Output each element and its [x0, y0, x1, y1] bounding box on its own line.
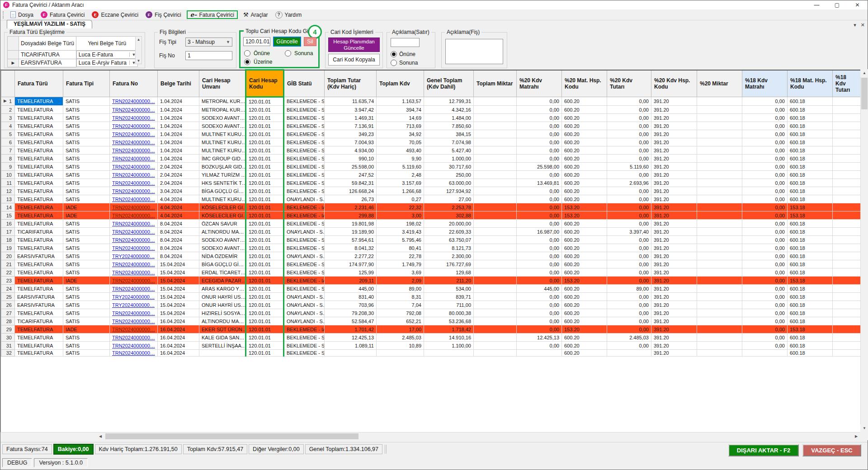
cell-genel[interactable]: 80.000,38 [424, 309, 474, 317]
cell-gib[interactable]: BEKLEMEDE - SA… [284, 187, 325, 195]
cell-m18[interactable]: 0,00 [742, 301, 788, 309]
cell-m20[interactable]: 0,00 [517, 212, 562, 220]
cell-t20[interactable]: 0,00 [607, 325, 651, 334]
cell-gib[interactable]: BEKLEMEDE - SA… [284, 342, 325, 350]
cell-unvan[interactable]: SODEXO AVANT… [199, 236, 246, 244]
cell-tk20[interactable]: 391.20 [651, 252, 697, 260]
cell-tipi[interactable]: IADE [63, 277, 110, 285]
cell-unvan[interactable]: YILMAZ TURİZM … [199, 171, 246, 179]
cell-turu[interactable]: TICARIFATURA [15, 228, 63, 236]
invoice-link[interactable]: TRN2024000000… [112, 107, 155, 113]
cell-unvan[interactable]: KALE GIDA SAN… [199, 334, 246, 342]
cell-m18[interactable]: 0,00 [742, 171, 788, 179]
cell-miktar[interactable] [474, 350, 517, 357]
cell-m18[interactable]: 0,00 [742, 244, 788, 252]
cell-tutar[interactable]: 445,00 [325, 285, 377, 293]
cell-mk18[interactable]: 600.18 [788, 130, 833, 138]
cell-genel[interactable]: 30.717,60 [424, 163, 474, 171]
cell-kod[interactable]: 120.01.01 [246, 260, 284, 268]
cell-m18[interactable]: 0,00 [742, 285, 788, 293]
cell-m18[interactable]: 0,00 [742, 252, 788, 260]
cell-mk20[interactable]: 600.20 [562, 114, 607, 122]
cell-genel[interactable]: 384,15 [424, 130, 474, 138]
cell-tipi[interactable]: SATIS [63, 163, 110, 171]
invoice-link[interactable]: TRN2024000000… [112, 310, 155, 316]
cell-turu[interactable]: TEMELFATURA [15, 236, 63, 244]
cell-t20[interactable]: 0,00 [607, 268, 651, 277]
cell-t20[interactable]: 0,00 [607, 97, 651, 106]
cell-turu[interactable]: TEMELFATURA [15, 260, 63, 268]
cell-mk18[interactable]: 153.18 [788, 203, 833, 212]
cell-tk20[interactable]: 391.20 [651, 122, 697, 130]
cell-tarih[interactable]: 1.04.2024 [158, 155, 199, 163]
cell-tarih[interactable]: 1.04.2024 [158, 122, 199, 130]
invoice-link[interactable]: TRN2024000000… [112, 278, 155, 283]
cell-m18[interactable]: 0,00 [742, 220, 788, 228]
invoice-link[interactable]: TRN2024000000… [112, 245, 155, 251]
cell-gib[interactable]: BEKLEMEDE - SA… [284, 171, 325, 179]
cell-m20[interactable]: 13.469,81 [517, 179, 562, 187]
cell-mk20[interactable]: 600.20 [562, 106, 607, 114]
row-header[interactable]: 8 [1, 155, 15, 163]
row-header[interactable]: 5 [1, 130, 15, 138]
cell-tk20[interactable]: 391.20 [651, 236, 697, 244]
cell-tutar[interactable]: 12.425,13 [325, 334, 377, 342]
cell-tk20[interactable]: 391.20 [651, 317, 697, 325]
cell-kod[interactable]: 120.01.01 [246, 155, 284, 163]
cari-kod-kopyala-button[interactable]: Cari Kod Kopyala [328, 54, 380, 66]
cell-tutar[interactable]: 990,10 [325, 155, 377, 163]
menu-efatura-cevirici[interactable]: e– Fatura Çevirici [187, 10, 238, 19]
cell-tutar[interactable]: 1.089,11 [325, 342, 377, 350]
row-header[interactable]: 9 [1, 163, 15, 171]
cell-tutar[interactable]: 125,99 [325, 268, 377, 277]
cell-tarih[interactable]: 15.04.2024 [158, 309, 199, 317]
cell-mk18[interactable]: 600.18 [788, 342, 833, 350]
cell-no[interactable]: TRN2024000000… [110, 277, 158, 285]
invoice-link[interactable]: TRN2024000000… [112, 327, 155, 332]
cell-tk20[interactable]: 391.20 [651, 114, 697, 122]
cell-m18[interactable]: 0,00 [742, 97, 788, 106]
cell-mik20[interactable] [697, 212, 742, 220]
cell-no[interactable]: TRY2024000000… [110, 252, 158, 260]
cell-tarih[interactable]: 8.04.2024 [158, 236, 199, 244]
cell-gib[interactable]: BEKLEMEDE - IA… [284, 203, 325, 212]
cell-kod[interactable]: 120.01.01 [246, 350, 284, 357]
cell-miktar[interactable] [474, 179, 517, 187]
cell-t20[interactable]: 0,00 [607, 260, 651, 268]
cell-t20[interactable]: 5.119,60 [607, 163, 651, 171]
cell-m20[interactable]: 0,00 [517, 309, 562, 317]
cell-t18[interactable] [833, 309, 861, 317]
cell-unvan[interactable]: KÖSELECİLER GI… [199, 203, 246, 212]
cell-mk18[interactable]: 153.18 [788, 212, 833, 220]
cell-t20[interactable]: 89,00 [607, 285, 651, 293]
cell-tipi[interactable]: SATIS [63, 220, 110, 228]
cell-no[interactable]: TRN2024000000… [110, 146, 158, 155]
cell-unvan[interactable]: SODEXO AVANT… [199, 244, 246, 252]
cell-mk20[interactable]: 600.20 [562, 236, 607, 244]
cell-tarih[interactable]: 16.04.2024 [158, 342, 199, 350]
cell-t20[interactable]: 0,00 [607, 252, 651, 260]
cell-m20[interactable]: 0,00 [517, 138, 562, 146]
cell-no[interactable]: TRN2024000000… [110, 130, 158, 138]
cell-m20[interactable]: 0,00 [517, 260, 562, 268]
cell-tk20[interactable]: 391.20 [651, 146, 697, 155]
cell-kdv[interactable]: 3,00 [377, 212, 424, 220]
cell-kdv[interactable]: 10,89 [377, 342, 424, 350]
cell-t18[interactable] [833, 122, 861, 130]
cell-tk20[interactable]: 391.20 [651, 106, 697, 114]
cell-kdv[interactable]: 2,09 [377, 277, 424, 285]
cell-unvan[interactable]: HIZIRELİ SOSYA… [199, 309, 246, 317]
cell-no[interactable]: TRY2024000000… [110, 293, 158, 301]
cell-tarih[interactable]: 4.04.2024 [158, 195, 199, 203]
cell-tk20[interactable]: 391.20 [651, 334, 697, 342]
maximize-button[interactable]: ▢ [827, 0, 847, 9]
cell-kod[interactable]: 120.01.01 [246, 114, 284, 122]
row-header[interactable]: 15 [1, 212, 15, 220]
cell-tipi[interactable]: SATIS [63, 342, 110, 350]
cell-m20[interactable]: 0,00 [517, 146, 562, 155]
cell-mk18[interactable]: 600.18 [788, 220, 833, 228]
cell-m18[interactable] [742, 350, 788, 357]
cell-tk20[interactable]: 391.20 [651, 171, 697, 179]
cell-kod[interactable]: 120.01.01 [246, 277, 284, 285]
cell-no[interactable]: TRN2024000000… [110, 97, 158, 106]
